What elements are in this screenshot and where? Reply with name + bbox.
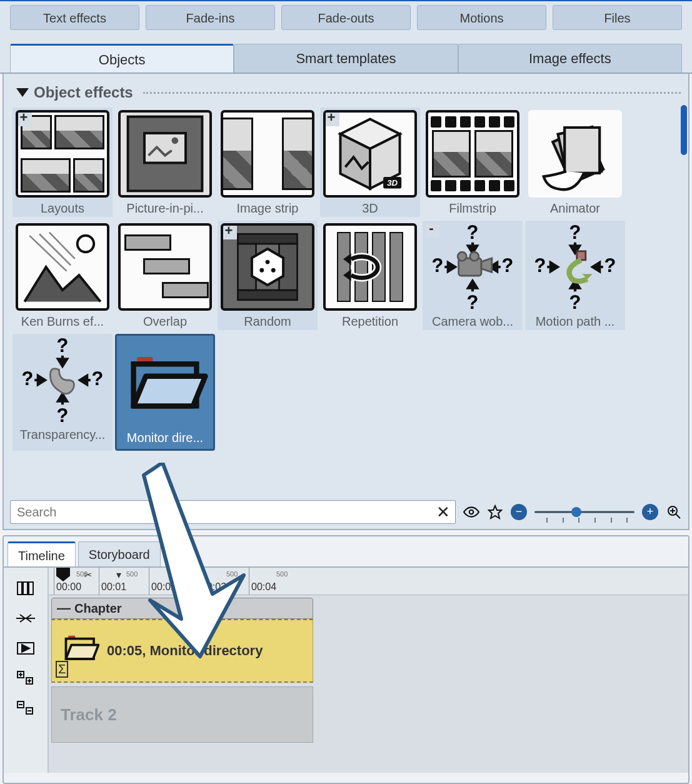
effect-transparency[interactable]: ???? Transparency...: [13, 334, 113, 451]
cue-icon[interactable]: Σ: [56, 661, 68, 678]
svg-text:?: ?: [467, 223, 479, 243]
svg-point-20: [266, 260, 270, 264]
svg-marker-34: [448, 263, 455, 271]
ruler-tick: 00:02: [149, 568, 176, 595]
timeline-main[interactable]: ✂ ▾ 00:00 00:01500 00:02500 00:03500 00:…: [49, 568, 688, 773]
tool-tracks-icon[interactable]: [14, 579, 37, 598]
effect-label: Motion path ...: [536, 314, 615, 329]
svg-rect-76: [29, 582, 33, 595]
zoom-reset-icon[interactable]: [666, 504, 682, 520]
repetition-icon: [323, 223, 417, 311]
effect-label: Repetition: [342, 314, 398, 329]
ruler-tick: 00:04: [249, 568, 276, 595]
svg-text:?: ?: [22, 368, 34, 389]
clip-name: Monitor directory: [150, 643, 263, 658]
svg-text:?: ?: [432, 254, 444, 276]
effects-grid: + Layouts Picture-in-pi... Image strip: [9, 108, 683, 451]
overlap-icon: [118, 223, 212, 311]
timeline-clip[interactable]: 00:05, Monitor directory Σ: [51, 619, 313, 683]
ruler-tick: 00:03: [199, 568, 226, 595]
chapter-header[interactable]: — Chapter: [51, 598, 313, 619]
effect-label: Picture-in-pi...: [126, 201, 203, 216]
effect-picture-in-picture[interactable]: Picture-in-pi...: [115, 108, 215, 217]
effect-random[interactable]: + Random: [218, 221, 318, 330]
svg-marker-66: [80, 376, 87, 384]
search-input[interactable]: [16, 505, 433, 520]
effect-label: 3D: [362, 201, 378, 216]
search-box[interactable]: ✕: [10, 500, 456, 524]
tab-smart-templates[interactable]: Smart templates: [234, 44, 458, 73]
group-header[interactable]: Object effects: [9, 80, 683, 108]
effect-label: Filmstrip: [449, 201, 496, 216]
effect-image-strip[interactable]: Image strip: [218, 108, 318, 217]
scrollbar-thumb[interactable]: [681, 105, 687, 155]
strip-icon: [221, 110, 314, 198]
group-title: Object effects: [34, 84, 133, 101]
svg-rect-1: [144, 133, 186, 163]
effect-camera-wobble[interactable]: - ???? Camera wob...: [423, 221, 523, 330]
svg-point-39: [470, 252, 479, 261]
effect-filmstrip[interactable]: Filmstrip: [423, 108, 523, 217]
effect-label: Random: [244, 314, 291, 329]
tab-storyboard[interactable]: Storyboard: [78, 541, 161, 566]
effect-monitor-directory[interactable]: Monitor dire...: [115, 334, 215, 451]
effect-overlap[interactable]: Overlap: [115, 221, 215, 330]
tool-add-track-icon[interactable]: [14, 669, 37, 688]
tab-fade-ins[interactable]: Fade-ins: [146, 5, 275, 30]
flipbook-icon: [528, 110, 622, 198]
svg-point-38: [458, 252, 466, 261]
effect-label: Ken Burns ef...: [21, 314, 104, 329]
svg-rect-15: [238, 234, 297, 244]
ruler-tick: 00:01: [99, 568, 126, 595]
preview-eye-icon[interactable]: [463, 504, 479, 520]
effect-label: Overlap: [143, 314, 187, 329]
tab-motions[interactable]: Motions: [417, 5, 546, 30]
zoom-out-button[interactable]: −: [511, 504, 527, 520]
clear-search-icon[interactable]: ✕: [436, 503, 450, 522]
zoom-in-button[interactable]: +: [642, 504, 658, 520]
top-tab-row: Text effects Fade-ins Fade-outs Motions …: [0, 0, 692, 44]
svg-marker-32: [468, 281, 477, 288]
tool-transition-icon[interactable]: [14, 609, 37, 628]
effect-animator[interactable]: Animator: [525, 108, 625, 217]
cube-3d-icon: + 3D: [323, 110, 417, 198]
time-ruler[interactable]: ✂ ▾ 00:00 00:01500 00:02500 00:03500 00:…: [49, 568, 688, 595]
tab-fade-outs[interactable]: Fade-outs: [281, 5, 411, 30]
track-2[interactable]: Track 2: [51, 686, 313, 743]
svg-marker-62: [58, 394, 67, 401]
effect-layouts[interactable]: + Layouts: [13, 108, 113, 217]
thumbnail-size-slider[interactable]: [534, 504, 634, 520]
effect-label: Layouts: [41, 201, 84, 216]
divider-dots: [143, 92, 681, 94]
lower-tab-row: Timeline Storyboard: [4, 536, 688, 566]
pip-icon: [118, 110, 212, 198]
svg-marker-79: [22, 645, 29, 652]
tool-play-icon[interactable]: [14, 639, 37, 658]
svg-text:?: ?: [467, 291, 479, 311]
second-tab-row: Objects Smart templates Image effects: [0, 44, 692, 74]
svg-rect-16: [238, 290, 297, 300]
tab-text-effects[interactable]: Text effects: [10, 5, 139, 30]
tab-timeline[interactable]: Timeline: [8, 541, 76, 566]
tab-image-effects[interactable]: Image effects: [458, 44, 682, 73]
effect-motion-path[interactable]: ???? Motion path ...: [525, 221, 625, 330]
effect-repetition[interactable]: Repetition: [320, 221, 420, 330]
effect-label: Monitor dire...: [127, 431, 203, 445]
svg-point-68: [469, 510, 474, 515]
tool-remove-track-icon[interactable]: [14, 699, 37, 718]
svg-text:?: ?: [569, 223, 581, 243]
svg-marker-23: [343, 253, 351, 265]
svg-text:?: ?: [92, 368, 104, 389]
svg-text:?: ?: [57, 405, 69, 424]
tab-files[interactable]: Files: [553, 5, 682, 30]
motion-path-icon: ????: [528, 223, 622, 311]
favorite-star-icon[interactable]: [487, 504, 503, 520]
timeline-area: ✂ ▾ 00:00 00:01500 00:02500 00:03500 00:…: [4, 566, 688, 773]
svg-marker-19: [252, 249, 283, 285]
svg-marker-24: [343, 269, 351, 281]
effect-ken-burns[interactable]: Ken Burns ef...: [13, 221, 113, 330]
effect-3d[interactable]: + 3D 3D: [320, 108, 420, 217]
collapse-triangle-icon[interactable]: [16, 88, 29, 97]
layouts-icon: +: [16, 110, 109, 198]
tab-objects[interactable]: Objects: [10, 44, 234, 73]
